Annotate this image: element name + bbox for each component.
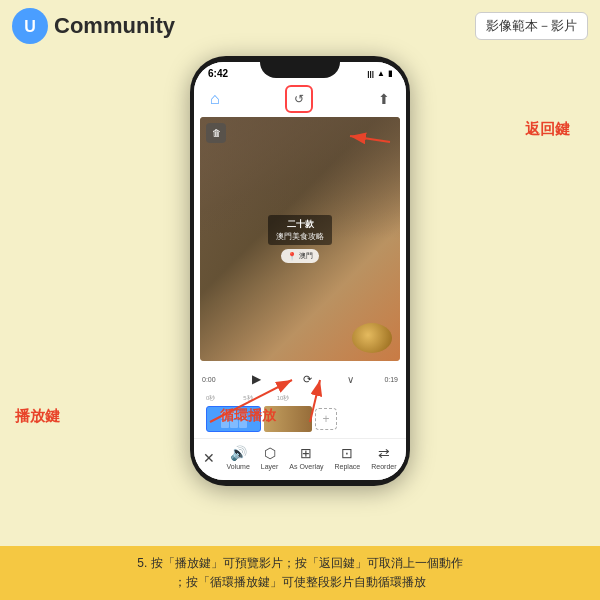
- overlay-toolbar-item[interactable]: ⊞ As Overlay: [289, 445, 323, 470]
- time-start: 0:00: [202, 376, 216, 383]
- video-area: 二十款 澳門美食攻略 📍 澳門 🗑: [200, 117, 400, 361]
- phone-notch: [260, 56, 340, 78]
- video-title-line1: 二十款: [276, 218, 324, 231]
- video-title-line2: 澳門美食攻略: [276, 231, 324, 242]
- close-icon: ✕: [203, 450, 215, 466]
- bottom-toolbar: ✕ 🔊 Volume ⬡ Layer ⊞ As Overlay: [194, 438, 406, 480]
- home-icon[interactable]: ⌂: [210, 90, 220, 108]
- u-logo-icon: U: [12, 8, 48, 44]
- overlay-icon: ⊞: [300, 445, 312, 461]
- phone-mockup: 6:42 ||| ▲ ▮ ⌂ ↺ ⬆: [0, 52, 600, 486]
- add-clip-button[interactable]: +: [315, 408, 337, 430]
- loop-key-label: 循環播放: [220, 407, 276, 425]
- logo-area: U Community: [12, 8, 175, 44]
- delete-button[interactable]: 🗑: [206, 123, 226, 143]
- reorder-icon: ⇄: [378, 445, 390, 461]
- loop-icon: ⟳: [303, 373, 312, 386]
- status-time: 6:42: [208, 68, 228, 79]
- timeline-controls: 0:00 ▶ ⟳ ∨ 0:19: [202, 365, 398, 393]
- food-thumbnail: [352, 323, 392, 353]
- timeline-area: 0:00 ▶ ⟳ ∨ 0:19 0秒 5秒 10秒: [194, 361, 406, 438]
- battery-icon: ▮: [388, 69, 392, 78]
- trash-icon: 🗑: [212, 128, 221, 138]
- expand-button[interactable]: ∨: [347, 374, 354, 385]
- ruler-5: 5秒: [243, 394, 252, 403]
- svg-text:U: U: [24, 18, 36, 35]
- volume-label: Volume: [226, 463, 249, 470]
- app-topbar: ⌂ ↺ ⬆: [194, 81, 406, 117]
- video-title-overlay: 二十款 澳門美食攻略: [268, 215, 332, 245]
- ruler-10: 10秒: [277, 394, 290, 403]
- rotate-btn-highlighted[interactable]: ↺: [285, 85, 313, 113]
- share-icon[interactable]: ⬆: [378, 91, 390, 107]
- status-icons: ||| ▲ ▮: [367, 69, 392, 78]
- close-toolbar-item[interactable]: ✕: [203, 450, 215, 466]
- replace-toolbar-item[interactable]: ⊡ Replace: [335, 445, 361, 470]
- wifi-icon: ▲: [377, 69, 385, 78]
- info-bar: 5. 按「播放鍵」可預覽影片；按「返回鍵」可取消上一個動作；按「循環播放鍵」可使…: [0, 546, 600, 600]
- volume-icon: 🔊: [230, 445, 247, 461]
- time-end: 0:19: [384, 376, 398, 383]
- play-key-label: 播放鍵: [15, 407, 60, 426]
- signal-icon: |||: [367, 69, 374, 78]
- info-text: 5. 按「播放鍵」可預覽影片；按「返回鍵」可取消上一個動作；按「循環播放鍵」可使…: [137, 556, 462, 589]
- video-location-tag: 📍 澳門: [281, 249, 319, 263]
- loop-button[interactable]: ⟳: [298, 369, 318, 389]
- reorder-label: Reorder: [371, 463, 396, 470]
- overlay-label: As Overlay: [289, 463, 323, 470]
- banner-label: 影像範本－影片: [475, 12, 588, 40]
- header: U Community 影像範本－影片: [0, 0, 600, 52]
- replace-icon: ⊡: [341, 445, 353, 461]
- location-pin-icon: 📍: [287, 252, 297, 261]
- video-location: 澳門: [299, 251, 313, 261]
- reorder-toolbar-item[interactable]: ⇄ Reorder: [371, 445, 396, 470]
- play-button[interactable]: ▶: [246, 368, 268, 390]
- timeline-ruler: 0秒 5秒 10秒: [202, 393, 398, 404]
- back-key-label: 返回鍵: [525, 120, 570, 139]
- replace-label: Replace: [335, 463, 361, 470]
- volume-toolbar-item[interactable]: 🔊 Volume: [226, 445, 249, 470]
- layer-label: Layer: [261, 463, 279, 470]
- rotate-icon: ↺: [294, 92, 304, 106]
- logo-text: Community: [54, 13, 175, 39]
- play-icon: ▶: [252, 372, 261, 386]
- layer-icon: ⬡: [264, 445, 276, 461]
- layer-toolbar-item[interactable]: ⬡ Layer: [261, 445, 279, 470]
- ruler-0: 0秒: [206, 394, 215, 403]
